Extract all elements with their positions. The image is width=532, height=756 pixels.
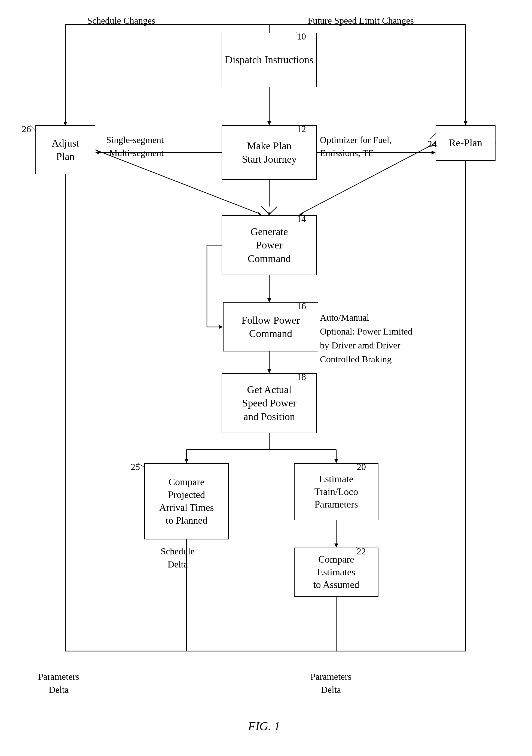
svg-marker-11 (267, 369, 271, 373)
replan-number: 24 (427, 138, 437, 151)
get-actual-number: 18 (297, 370, 306, 384)
compare-projected-label: CompareProjectedArrival Timesto Planned (159, 476, 214, 526)
figure-label: FIG. 1 (223, 719, 305, 733)
svg-marker-1 (267, 121, 271, 125)
replan-box: Re-Plan (436, 125, 495, 161)
compare-estimates-number: 22 (357, 545, 366, 558)
svg-marker-18 (334, 459, 338, 463)
svg-marker-45 (464, 121, 468, 125)
make-plan-number: 12 (297, 122, 306, 136)
estimate-train-label: EstimateTrain/LocoParameters (315, 473, 358, 511)
optimizer-fuel-label: Optimizer for Fuel,Emissions, TE (320, 133, 392, 159)
adjust-plan-label: AdjustPlan (51, 137, 79, 163)
schedule-delta-label: ScheduleDelta (161, 545, 195, 571)
follow-power-label: Follow PowerCommand (241, 313, 300, 340)
parameters-delta-left-label: ParametersDelta (38, 670, 79, 696)
svg-marker-47 (95, 151, 99, 154)
compare-projected-box: CompareProjectedArrival Timesto Planned (144, 463, 229, 539)
dispatch-instructions-label: Dispatch Instructions (225, 53, 313, 67)
svg-marker-49 (432, 151, 436, 154)
parameters-delta-right-label: ParametersDelta (310, 670, 351, 696)
svg-marker-20 (334, 544, 338, 548)
compare-projected-number: 25 (131, 460, 140, 473)
single-segment-label: Single-segmentMulti-segment (106, 133, 164, 159)
diagram: Dispatch Instructions 10 Make PlanStart … (0, 0, 532, 756)
svg-marker-9 (267, 298, 271, 302)
future-speed-limit-label: Future Speed Limit Changes (308, 14, 414, 27)
follow-power-number: 16 (297, 300, 306, 313)
generate-power-label: GeneratePowerCommand (248, 225, 291, 265)
svg-marker-15 (185, 459, 189, 463)
svg-marker-35 (267, 212, 271, 215)
generate-power-number: 14 (297, 212, 306, 226)
auto-manual-label: Auto/ManualOptional: Power Limitedby Dri… (320, 310, 413, 366)
get-actual-label: Get ActualSpeed Powerand Position (242, 383, 296, 423)
adjust-plan-number: 26 (22, 122, 31, 136)
svg-marker-39 (219, 325, 223, 329)
make-plan-label: Make PlanStart Journey (242, 139, 297, 166)
dispatch-number: 10 (297, 30, 306, 43)
adjust-plan-box: AdjustPlan (36, 125, 95, 175)
schedule-changes-label: Schedule Changes (87, 14, 155, 27)
replan-label: Re-Plan (449, 136, 482, 149)
compare-estimates-label: CompareEstimatesto Assumed (313, 553, 359, 591)
estimate-train-number: 20 (357, 460, 366, 473)
